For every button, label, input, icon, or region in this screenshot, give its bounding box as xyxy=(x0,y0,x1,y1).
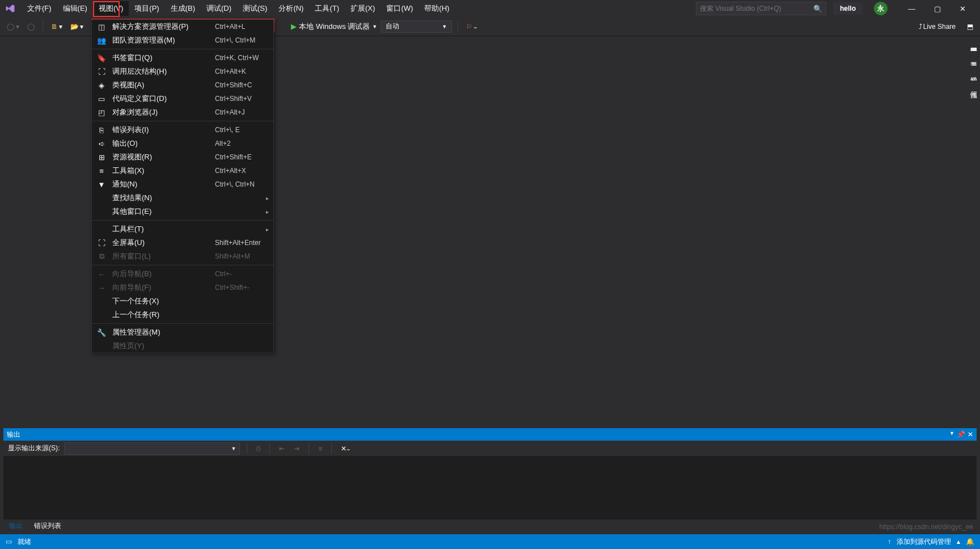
view-menu-item[interactable]: 👥团队资源管理器(M)Ctrl+\, Ctrl+M xyxy=(92,33,273,47)
view-menu-item[interactable]: 上一个任务(R) xyxy=(92,308,273,322)
output-header[interactable]: 输出 ▼ 📌 ✕ xyxy=(3,428,977,441)
menu-item-shortcut: Ctrl+Shift+E xyxy=(215,153,269,161)
menu-item-shortcut: Shift+Alt+Enter xyxy=(215,239,269,247)
output-pin-icon[interactable]: 📌 xyxy=(957,430,965,438)
menu-analyze[interactable]: 分析(N) xyxy=(273,1,309,16)
menu-edit[interactable]: 编辑(E) xyxy=(57,1,93,16)
status-icon: ▭ xyxy=(6,538,12,546)
menu-item-icon: ⧉ xyxy=(96,252,107,261)
status-bar: ▭ 就绪 ↑ 添加到源代码管理 ▴ 🔔 xyxy=(0,534,980,549)
config-combo[interactable]: 自动 ▼ xyxy=(381,20,452,33)
menu-item-icon: ➪ xyxy=(96,140,107,148)
view-menu-item[interactable]: 🔖书签窗口(Q)Ctrl+K, Ctrl+W xyxy=(92,51,273,65)
menu-item-shortcut: Ctrl+\, E xyxy=(215,126,269,134)
vs-logo-icon xyxy=(5,3,16,14)
menu-build[interactable]: 生成(B) xyxy=(165,1,201,16)
menu-tools[interactable]: 工具(T) xyxy=(309,1,345,16)
debug-target-dropdown[interactable]: ▼ xyxy=(372,24,377,29)
menu-project[interactable]: 项目(P) xyxy=(129,1,164,16)
view-menu-item[interactable]: ◰对象浏览器(J)Ctrl+Alt+J xyxy=(92,105,273,119)
output-btn-4[interactable]: ≡ xyxy=(316,443,324,454)
menu-file[interactable]: 文件(F) xyxy=(22,1,57,16)
view-menu-item[interactable]: ➪输出(O)Alt+2 xyxy=(92,137,273,150)
output-dropdown-icon[interactable]: ▼ xyxy=(949,430,954,438)
output-text-area[interactable] xyxy=(3,457,977,520)
view-menu-item[interactable]: ▭代码定义窗口(D)Ctrl+Shift+V xyxy=(92,92,273,105)
output-source-combo[interactable]: ▼ xyxy=(64,442,240,455)
menu-item-shortcut: Ctrl+K, Ctrl+W xyxy=(215,54,269,62)
tab-server-explorer[interactable]: 服务器资源管理器 xyxy=(966,36,980,48)
view-menu-item[interactable]: 其他窗口(E) xyxy=(92,205,273,218)
tab-output[interactable]: 输出 xyxy=(3,520,28,532)
menu-item-shortcut: Shift+Alt+M xyxy=(215,252,269,260)
toolbar-extra-button[interactable]: ⚐ ₌ xyxy=(464,21,479,32)
menu-item-label: 对象浏览器(J) xyxy=(112,107,209,117)
debug-target-label[interactable]: 本地 Windows 调试器 xyxy=(299,22,370,32)
menu-item-icon: ⎘ xyxy=(96,126,107,134)
view-dropdown-menu: ◫解决方案资源管理器(P)Ctrl+Alt+L👥团队资源管理器(M)Ctrl+\… xyxy=(91,19,274,353)
menu-item-label: 团队资源管理器(M) xyxy=(112,35,209,45)
menu-item-label: 下一个任务(X) xyxy=(112,296,209,306)
user-avatar[interactable]: 永 xyxy=(874,2,888,15)
menu-item-label: 通知(N) xyxy=(112,179,209,189)
output-close-icon[interactable]: ✕ xyxy=(968,430,973,438)
menu-item-label: 类视图(A) xyxy=(112,80,209,90)
menu-item-label: 属性管理器(M) xyxy=(112,327,209,337)
maximize-button[interactable]: ▢ xyxy=(924,1,950,16)
tab-error-list[interactable]: 错误列表 xyxy=(28,520,67,532)
view-menu-item[interactable]: 🔧属性管理器(M) xyxy=(92,326,273,339)
tab-properties[interactable]: 属性 xyxy=(966,81,980,92)
view-menu-item[interactable]: ⛶调用层次结构(H)Ctrl+Alt+K xyxy=(92,65,273,78)
tab-toolbox[interactable]: 工具箱 xyxy=(966,51,980,62)
view-menu-item[interactable]: ⎘错误列表(I)Ctrl+\, E xyxy=(92,123,273,137)
view-menu-item[interactable]: 查找结果(N) xyxy=(92,191,273,205)
menu-item-shortcut: Ctrl+Alt+L xyxy=(215,23,269,31)
output-btn-3[interactable]: ⇥ xyxy=(292,443,302,454)
menu-window[interactable]: 窗口(W) xyxy=(381,1,419,16)
view-menu-item[interactable]: ◈类视图(A)Ctrl+Shift+C xyxy=(92,78,273,92)
search-input[interactable]: 🔍 xyxy=(696,2,826,15)
view-menu-item[interactable]: 下一个任务(X) xyxy=(92,294,273,308)
output-btn-5[interactable]: ✕₌ xyxy=(339,443,352,454)
output-btn-2[interactable]: ⇤ xyxy=(277,443,287,454)
minimize-button[interactable]: ― xyxy=(899,1,924,16)
close-button[interactable]: ✕ xyxy=(950,1,975,16)
output-btn-1[interactable]: ⎙ xyxy=(254,443,263,454)
status-up-caret[interactable]: ▴ xyxy=(957,538,960,546)
menu-item-label: 工具栏(T) xyxy=(112,224,201,234)
status-notify-icon[interactable]: 🔔 xyxy=(966,538,974,546)
nav-back-button[interactable]: ◯ ▾ xyxy=(5,21,22,32)
view-menu-item[interactable]: ◫解决方案资源管理器(P)Ctrl+Alt+L xyxy=(92,20,273,33)
output-source-label: 显示输出来源(S): xyxy=(8,444,60,453)
open-file-button[interactable]: 📂 ▾ xyxy=(68,21,86,32)
live-share-button[interactable]: ⤴ Live Share xyxy=(916,21,958,32)
menu-item-shortcut: Ctrl+- xyxy=(215,270,269,278)
view-menu-item[interactable]: 工具栏(T) xyxy=(92,222,273,236)
new-project-button[interactable]: 🗎 ▾ xyxy=(49,21,65,32)
view-menu-item[interactable]: ▼通知(N)Ctrl+\, Ctrl+N xyxy=(92,178,273,191)
menu-debug[interactable]: 调试(D) xyxy=(201,1,237,16)
menu-item-icon: ← xyxy=(96,270,107,278)
status-up-icon[interactable]: ↑ xyxy=(888,538,891,546)
search-field[interactable] xyxy=(700,5,813,12)
menu-help[interactable]: 帮助(H) xyxy=(419,1,455,16)
output-toolbar: 显示输出来源(S): ▼ ⎙ ⇤ ⇥ ≡ ✕₌ xyxy=(3,441,977,457)
nav-forward-button[interactable]: ◯ xyxy=(25,21,37,32)
status-add-source[interactable]: 添加到源代码管理 xyxy=(897,537,951,547)
menu-item-label: 书签窗口(Q) xyxy=(112,53,209,63)
menu-item-label: 资源视图(R) xyxy=(112,152,209,162)
menu-extensions[interactable]: 扩展(X) xyxy=(345,1,381,16)
tab-notifications[interactable]: 通知 xyxy=(966,66,980,77)
menu-view[interactable]: 视图(V) xyxy=(93,1,129,16)
menu-test[interactable]: 测试(S) xyxy=(237,1,273,16)
view-menu-item[interactable]: ⊞资源视图(R)Ctrl+Shift+E xyxy=(92,150,273,164)
feedback-button[interactable]: ⬒ xyxy=(965,21,975,32)
view-menu-item[interactable]: ⛶全屏幕(U)Shift+Alt+Enter xyxy=(92,236,273,250)
view-menu-item[interactable]: ≡工具箱(X)Ctrl+Alt+X xyxy=(92,164,273,178)
menu-item-label: 代码定义窗口(D) xyxy=(112,94,209,104)
watermark-text: https://blog.csdn.net/dingyc_ee xyxy=(880,523,973,531)
menu-item-icon: ◈ xyxy=(96,81,107,90)
menu-item-label: 调用层次结构(H) xyxy=(112,66,209,77)
start-debug-icon[interactable]: ▶ xyxy=(291,22,297,31)
status-ready: 就绪 xyxy=(18,537,31,547)
